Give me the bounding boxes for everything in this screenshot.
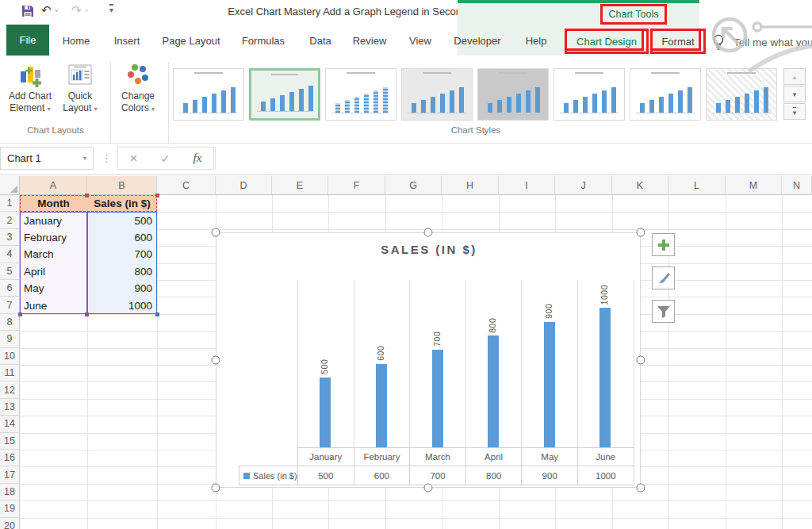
row-header-12[interactable]: 12: [0, 381, 20, 398]
chart-title[interactable]: SALES (IN $): [216, 243, 642, 256]
bar-june[interactable]: [599, 308, 611, 447]
tab-format[interactable]: Format: [650, 29, 706, 54]
enter-icon[interactable]: ✓: [161, 152, 170, 165]
tell-me-box[interactable]: Tell me what you: [733, 36, 812, 48]
column-header-K[interactable]: K: [612, 176, 668, 195]
tab-file[interactable]: File: [6, 25, 49, 56]
cell-A5[interactable]: April: [20, 263, 87, 280]
tab-chart-design[interactable]: Chart Design: [565, 29, 649, 54]
chart-resize-handle[interactable]: [212, 484, 220, 493]
chart-style-thumbnail-2[interactable]: [249, 68, 320, 121]
tab-data[interactable]: Data: [306, 32, 335, 49]
cell-B6[interactable]: 900: [87, 280, 157, 297]
row-header-9[interactable]: 9: [0, 331, 20, 347]
cell-B7[interactable]: 1000: [87, 297, 157, 313]
gallery-more-button[interactable]: ▾: [783, 103, 806, 120]
cell-A7[interactable]: June: [20, 297, 87, 313]
row-header-10[interactable]: 10: [0, 348, 20, 365]
tab-help[interactable]: Help: [522, 32, 550, 49]
formula-input[interactable]: [215, 147, 812, 170]
customize-quick-access-icon[interactable]: ▾: [109, 4, 113, 14]
chart-resize-handle[interactable]: [424, 228, 433, 237]
column-header-C[interactable]: C: [157, 176, 216, 195]
bar-may[interactable]: [544, 322, 555, 447]
cell-A6[interactable]: May: [20, 280, 87, 297]
tab-developer[interactable]: Developer: [450, 32, 504, 49]
chart-style-thumbnail-6[interactable]: [553, 68, 625, 121]
column-header-A[interactable]: A: [20, 176, 87, 195]
column-header-F[interactable]: F: [328, 176, 385, 195]
row-header-15[interactable]: 15: [0, 433, 20, 450]
chart-filters-button[interactable]: [652, 300, 675, 323]
column-header-E[interactable]: E: [272, 176, 328, 195]
save-icon[interactable]: [21, 5, 34, 17]
chart-style-thumbnail-1[interactable]: [173, 68, 244, 121]
chart-style-thumbnail-8[interactable]: [706, 68, 777, 121]
cell-B2[interactable]: 500: [87, 212, 157, 228]
chart-resize-handle[interactable]: [212, 356, 220, 365]
chart-object[interactable]: SALES (IN $) 5006007008009001000JanuaryF…: [216, 232, 641, 488]
row-header-19[interactable]: 19: [0, 500, 20, 517]
cell-A3[interactable]: February: [20, 229, 87, 246]
name-box[interactable]: Chart 1 ▾: [0, 147, 94, 170]
change-colors-button[interactable]: Change Colors ▾: [113, 62, 163, 115]
row-header-1[interactable]: 1: [0, 195, 20, 212]
gallery-scroll-down-button[interactable]: ▾: [783, 86, 806, 102]
cell-B4[interactable]: 700: [87, 246, 157, 263]
row-header-17[interactable]: 17: [0, 466, 20, 483]
chart-style-thumbnail-7[interactable]: [630, 68, 701, 121]
column-header-G[interactable]: G: [385, 176, 442, 195]
tab-page-layout[interactable]: Page Layout: [162, 32, 220, 49]
add-chart-element-button[interactable]: Add Chart Element ▾: [6, 62, 55, 115]
row-header-5[interactable]: 5: [0, 263, 20, 280]
row-header-3[interactable]: 3: [0, 229, 20, 246]
cancel-icon[interactable]: ×: [130, 151, 138, 167]
chart-style-thumbnail-3[interactable]: [325, 68, 396, 121]
bar-january[interactable]: [320, 378, 331, 447]
chart-resize-handle[interactable]: [637, 228, 645, 237]
column-header-I[interactable]: I: [499, 176, 555, 195]
undo-dropdown-icon[interactable]: ˅: [55, 7, 59, 14]
tab-home[interactable]: Home: [59, 32, 94, 49]
bar-april[interactable]: [488, 335, 499, 447]
row-header-20[interactable]: 20: [0, 518, 20, 529]
redo-dropdown-icon[interactable]: ˅: [85, 7, 89, 14]
undo-icon[interactable]: ↶: [41, 3, 52, 17]
row-header-13[interactable]: 13: [0, 399, 20, 416]
chart-resize-handle[interactable]: [637, 356, 645, 365]
row-header-2[interactable]: 2: [0, 212, 20, 228]
row-header-8[interactable]: 8: [0, 314, 20, 331]
column-header-B[interactable]: B: [87, 176, 157, 195]
cell-A2[interactable]: January: [20, 212, 87, 228]
chart-resize-handle[interactable]: [424, 484, 433, 493]
cell-B5[interactable]: 800: [87, 263, 157, 280]
column-header-H[interactable]: H: [442, 176, 499, 195]
cell-A1[interactable]: Month: [20, 195, 87, 212]
tab-insert[interactable]: Insert: [109, 32, 144, 49]
row-header-11[interactable]: 11: [0, 365, 20, 381]
chart-style-thumbnail-5[interactable]: [477, 68, 549, 121]
row-header-18[interactable]: 18: [0, 484, 20, 500]
cell-B1[interactable]: Sales (in $): [87, 195, 157, 212]
chart-styles-button[interactable]: [652, 266, 675, 289]
column-header-J[interactable]: J: [555, 176, 612, 195]
row-header-4[interactable]: 4: [0, 246, 20, 263]
chart-elements-button[interactable]: [652, 233, 675, 256]
quick-layout-button[interactable]: Quick Layout ▾: [56, 62, 105, 115]
row-header-16[interactable]: 16: [0, 450, 20, 466]
chart-style-thumbnail-4[interactable]: [401, 68, 473, 121]
row-header-14[interactable]: 14: [0, 416, 20, 432]
bar-february[interactable]: [376, 364, 387, 448]
insert-function-icon[interactable]: fx: [193, 151, 202, 165]
select-all-corner[interactable]: [0, 176, 20, 195]
row-header-6[interactable]: 6: [0, 280, 20, 297]
tab-view[interactable]: View: [406, 32, 435, 49]
tab-review[interactable]: Review: [350, 32, 389, 49]
bar-march[interactable]: [432, 350, 443, 447]
chart-resize-handle[interactable]: [212, 228, 220, 237]
tab-formulas[interactable]: Formulas: [238, 32, 289, 49]
column-header-D[interactable]: D: [216, 176, 272, 195]
redo-icon[interactable]: ↷: [71, 3, 82, 17]
column-header-L[interactable]: L: [668, 176, 726, 195]
name-box-dropdown-icon[interactable]: ▾: [83, 155, 86, 162]
